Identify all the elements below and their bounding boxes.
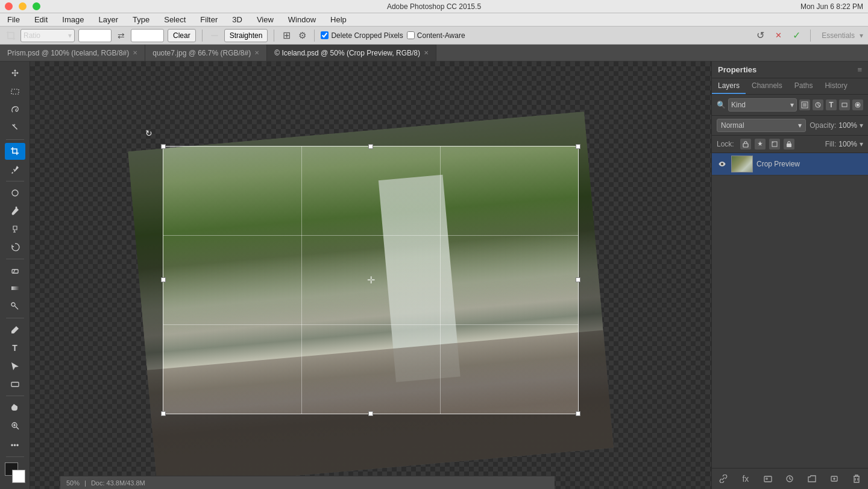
menu-image[interactable]: Image — [60, 14, 86, 25]
eyedropper-tool[interactable] — [5, 161, 25, 178]
shape-filter-icon[interactable] — [839, 99, 850, 110]
straighten-icon — [209, 30, 221, 42]
tab-quote7-close[interactable]: ✕ — [254, 49, 259, 56]
tab-paths[interactable]: Paths — [788, 78, 819, 94]
opacity-value[interactable]: 100% — [838, 121, 857, 130]
clear-button[interactable]: Clear — [168, 29, 196, 42]
link-layers-icon[interactable] — [717, 472, 730, 485]
blend-mode-select[interactable]: Normal ▾ — [717, 119, 806, 132]
maximize-button[interactable] — [33, 2, 40, 10]
color-swatches[interactable] — [5, 462, 25, 483]
opacity-dropdown-icon[interactable]: ▾ — [860, 121, 863, 130]
crop-handle-top-left[interactable] — [161, 144, 166, 149]
crop-box[interactable]: ↻ ✛ — [163, 146, 579, 414]
lock-all-icon[interactable] — [784, 139, 794, 150]
type-filter-icon[interactable]: T — [826, 99, 837, 110]
menu-layer[interactable]: Layer — [96, 14, 121, 25]
clone-tool[interactable] — [5, 221, 25, 238]
tool-separator-5 — [6, 396, 24, 396]
fill-value[interactable]: 100% — [838, 140, 857, 148]
tab-quote7[interactable]: quote7.jpg @ 66.7% (RGB/8#) ✕ — [145, 45, 267, 61]
history-brush-tool[interactable] — [5, 239, 25, 256]
layer-item[interactable]: Crop Preview — [712, 153, 868, 175]
hand-tool[interactable] — [5, 399, 25, 416]
panel-menu-icon[interactable]: ≡ — [857, 65, 862, 74]
straighten-button[interactable]: Straighten — [224, 29, 268, 42]
crop-handle-top-right[interactable] — [576, 144, 580, 149]
pixel-filter-icon[interactable] — [799, 99, 810, 110]
tool-separator-6 — [6, 456, 24, 457]
lock-artboard-icon[interactable] — [769, 139, 780, 150]
content-aware-checkbox[interactable]: Content-Aware — [407, 31, 465, 40]
menu-edit[interactable]: Edit — [32, 14, 50, 25]
tab-prism-close[interactable]: ✕ — [133, 49, 137, 56]
height-input[interactable] — [131, 29, 164, 42]
zoom-tool[interactable] — [5, 417, 25, 434]
undo-icon[interactable]: ↺ — [753, 29, 767, 42]
options-bar: Ratio ▾ ⇄ Clear Straighten ⊞ ⚙ Delete Cr… — [0, 27, 868, 45]
magic-wand-tool[interactable] — [5, 119, 25, 136]
fill-dropdown-icon[interactable]: ▾ — [860, 140, 863, 148]
kind-select[interactable]: Kind ▾ — [728, 98, 797, 112]
eraser-tool[interactable] — [5, 262, 25, 279]
add-mask-icon[interactable] — [761, 472, 775, 485]
crop-handle-bottom-right[interactable] — [576, 411, 580, 416]
crop-handle-bottom-center[interactable] — [368, 411, 373, 416]
menu-help[interactable]: Help — [328, 14, 349, 25]
menu-file[interactable]: File — [5, 14, 22, 25]
add-adjustment-icon[interactable] — [783, 472, 796, 485]
menu-filter[interactable]: Filter — [198, 14, 220, 25]
tab-layers[interactable]: Layers — [712, 78, 746, 94]
settings-icon[interactable]: ⚙ — [296, 30, 308, 42]
crop-grid-horizontal-1 — [163, 235, 578, 236]
canvas-area[interactable]: ↻ ✛ 50% | Doc: 43.8M/43.8M — [30, 62, 711, 489]
tab-channels[interactable]: Channels — [746, 78, 788, 94]
menu-3d[interactable]: 3D — [230, 14, 245, 25]
path-select-tool[interactable] — [5, 358, 25, 374]
tab-history[interactable]: History — [819, 78, 853, 94]
shape-tool[interactable] — [5, 376, 25, 393]
crop-tool[interactable] — [5, 143, 25, 160]
adjustment-filter-icon[interactable] — [813, 99, 823, 110]
cancel-crop-icon[interactable]: ✕ — [772, 29, 785, 42]
tab-iceland-close[interactable]: ✕ — [424, 49, 429, 56]
lock-pixels-icon[interactable] — [740, 139, 751, 150]
minimize-button[interactable] — [19, 2, 27, 10]
create-layer-icon[interactable] — [828, 472, 841, 485]
delete-cropped-checkbox[interactable]: Delete Cropped Pixels — [321, 31, 403, 40]
text-tool[interactable]: T — [5, 339, 25, 356]
healing-tool[interactable] — [5, 185, 25, 201]
menu-type[interactable]: Type — [130, 14, 152, 25]
add-style-icon[interactable]: fx — [739, 472, 752, 485]
smart-filter-icon[interactable] — [852, 99, 863, 110]
window-controls[interactable] — [5, 2, 51, 10]
width-input[interactable] — [78, 29, 112, 42]
dodge-tool[interactable] — [5, 298, 25, 315]
move-tool[interactable] — [5, 65, 25, 82]
menu-window[interactable]: Window — [286, 14, 318, 25]
ratio-select[interactable]: Ratio ▾ — [20, 29, 75, 42]
crop-handle-middle-left[interactable] — [161, 277, 166, 282]
menu-view[interactable]: View — [254, 14, 276, 25]
confirm-crop-icon[interactable]: ✓ — [790, 29, 803, 42]
brush-tool[interactable] — [5, 203, 25, 219]
menu-select[interactable]: Select — [162, 14, 188, 25]
crop-handle-top-center[interactable] — [368, 144, 373, 149]
grid-icon[interactable]: ⊞ — [280, 30, 292, 42]
pen-tool[interactable] — [5, 321, 25, 338]
marquee-tool[interactable] — [5, 83, 25, 100]
lasso-tool[interactable] — [5, 101, 25, 118]
crop-handle-middle-right[interactable] — [576, 277, 580, 282]
layer-visibility-icon[interactable] — [717, 159, 728, 169]
background-color[interactable] — [12, 470, 25, 483]
crop-handle-bottom-left[interactable] — [161, 411, 166, 416]
close-button[interactable] — [5, 2, 13, 10]
create-group-icon[interactable] — [805, 472, 819, 485]
gradient-tool[interactable] — [5, 280, 25, 297]
tab-prism[interactable]: Prism.psd @ 100% (Iceland, RGB/8#) ✕ — [0, 45, 145, 61]
delete-layer-icon[interactable] — [850, 472, 863, 485]
more-tools[interactable]: ••• — [5, 437, 25, 453]
tab-iceland[interactable]: © Iceland.psd @ 50% (Crop Preview, RGB/8… — [267, 45, 436, 61]
swap-dimensions-icon[interactable]: ⇄ — [115, 30, 127, 42]
lock-position-icon[interactable] — [755, 139, 766, 150]
